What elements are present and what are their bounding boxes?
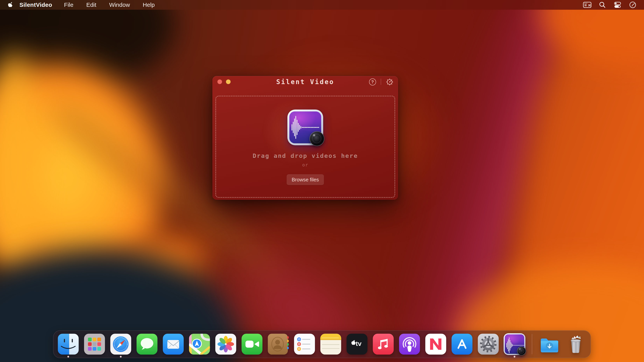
svg-text:tv: tv — [356, 340, 362, 347]
dock-item-trash[interactable] — [565, 333, 587, 355]
dock-item-podcasts[interactable] — [398, 333, 420, 355]
dock: tv — [53, 330, 591, 358]
dock-item-messages[interactable] — [136, 333, 158, 355]
apple-menu-icon[interactable] — [7, 1, 14, 9]
dock-item-silent-video[interactable] — [504, 333, 526, 355]
titlebar-divider — [381, 79, 381, 85]
dock-item-contacts[interactable] — [267, 333, 289, 355]
dock-item-app-store[interactable] — [451, 333, 473, 355]
silentvideo-app-icon — [288, 110, 323, 145]
dock-item-photos[interactable] — [215, 333, 237, 355]
menu-edit[interactable]: Edit — [81, 1, 102, 8]
spotlight-search-icon[interactable] — [598, 1, 607, 9]
drag-drop-zone[interactable]: Drag and drop videos here or Browse file… — [216, 96, 395, 198]
silent-video-window: Silent Video ? — [212, 76, 398, 200]
dock-item-maps[interactable] — [188, 333, 210, 355]
window-titlebar[interactable]: Silent Video ? — [212, 76, 398, 88]
control-center-icon[interactable] — [613, 1, 622, 9]
dock-item-finder[interactable] — [57, 333, 79, 355]
dock-item-downloads[interactable] — [538, 333, 560, 355]
menu-window[interactable]: Window — [104, 1, 136, 8]
settings-button[interactable] — [386, 78, 394, 86]
settings-gear-icon — [386, 78, 394, 86]
dock-item-safari[interactable] — [110, 333, 132, 355]
active-app-name[interactable]: SilentVideo — [15, 1, 57, 8]
dock-item-reminders[interactable] — [294, 333, 316, 355]
dock-divider — [532, 334, 532, 354]
help-icon: ? — [369, 78, 376, 85]
svg-text:⌘: ⌘ — [588, 4, 591, 7]
drag-drop-label: Drag and drop videos here — [252, 152, 358, 159]
menu-bar: SilentVideo File Edit Window Help ⌘ — [0, 0, 644, 10]
dock-item-system-settings[interactable] — [477, 333, 499, 355]
menu-file[interactable]: File — [58, 1, 79, 8]
browse-files-button[interactable]: Browse files — [286, 175, 324, 185]
running-indicator — [68, 356, 69, 358]
dock-item-mail[interactable] — [162, 333, 184, 355]
clock-icon[interactable] — [628, 1, 638, 9]
dock-item-facetime[interactable] — [241, 333, 263, 355]
camera-lens-icon — [310, 131, 324, 146]
keyboard-shortcuts-icon[interactable]: ⌘ — [582, 1, 592, 9]
help-button[interactable]: ? — [369, 78, 376, 86]
or-label: or — [302, 162, 308, 168]
running-indicator — [514, 356, 516, 358]
dock-item-news[interactable] — [425, 333, 447, 355]
dock-item-apple-tv[interactable]: tv — [346, 333, 368, 355]
dock-item-notes[interactable] — [320, 333, 342, 355]
running-indicator — [120, 356, 122, 358]
dock-item-music[interactable] — [372, 333, 394, 355]
dock-item-launchpad[interactable] — [84, 333, 106, 355]
menu-help[interactable]: Help — [137, 1, 160, 8]
